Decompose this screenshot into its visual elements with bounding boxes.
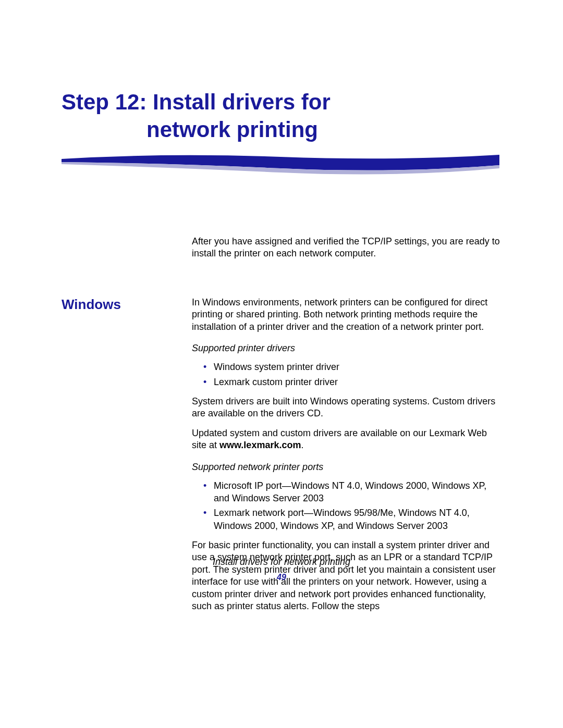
document-page: Step 12: Install drivers for network pri…	[0, 0, 563, 620]
lexmark-url: www.lexmark.com	[219, 440, 301, 450]
paragraph-system-drivers: System drivers are built into Windows op…	[192, 396, 501, 420]
list-item: Lexmark custom printer driver	[192, 376, 501, 388]
text-span: .	[301, 440, 303, 450]
title-line-1: Step 12: Install drivers for	[62, 89, 501, 116]
sidebar: Windows	[62, 297, 182, 313]
subheading-supported-ports: Supported network printer ports	[192, 461, 501, 473]
page-title: Step 12: Install drivers for network pri…	[62, 89, 501, 143]
swoosh-divider	[62, 153, 499, 184]
list-item: Microsoft IP port—Windows NT 4.0, Window…	[192, 479, 501, 505]
footer-title: Install drivers for network printing	[0, 557, 563, 567]
page-footer: Install drivers for network printing 49	[0, 557, 563, 582]
list-item: Windows system printer driver	[192, 361, 501, 373]
list-item: Lexmark network port—Windows 95/98/Me, W…	[192, 507, 501, 532]
intro-paragraph: After you have assigned and verified the…	[192, 236, 501, 260]
paragraph-windows-intro: In Windows environments, network printer…	[192, 297, 501, 333]
subheading-supported-drivers: Supported printer drivers	[192, 342, 501, 354]
intro-section: After you have assigned and verified the…	[192, 236, 501, 260]
list-supported-drivers: Windows system printer driver Lexmark cu…	[192, 361, 501, 388]
title-block: Step 12: Install drivers for network pri…	[62, 89, 501, 186]
list-supported-ports: Microsoft IP port—Windows NT 4.0, Window…	[192, 479, 501, 532]
paragraph-updated-drivers: Updated system and custom drivers are av…	[192, 427, 501, 452]
footer-page-number: 49	[0, 573, 563, 582]
title-line-2: network printing	[62, 116, 501, 144]
section-heading-windows: Windows	[62, 297, 182, 313]
